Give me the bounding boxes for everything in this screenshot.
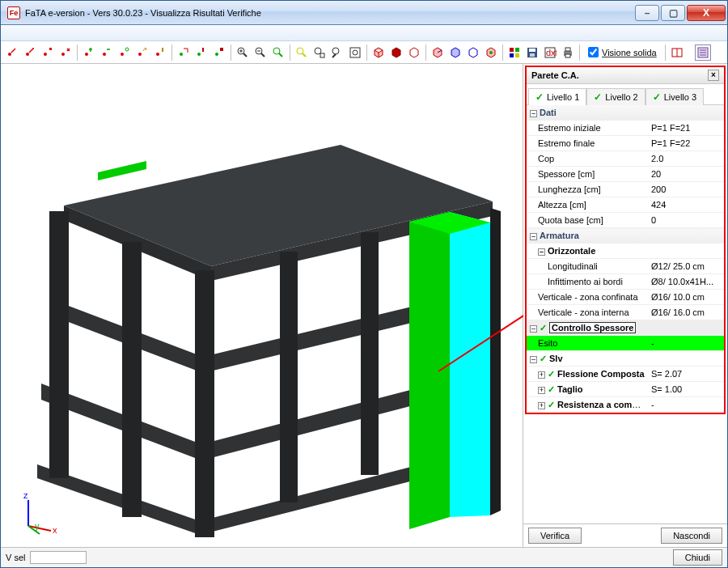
titlebar: Fe FaTA e-version - Vers 30.0.23 - Visua… bbox=[1, 1, 727, 25]
svg-rect-23 bbox=[350, 48, 360, 57]
tool-red-2[interactable] bbox=[22, 45, 38, 61]
panel-close-icon[interactable]: × bbox=[708, 70, 719, 81]
zoom-out-icon[interactable] bbox=[252, 45, 269, 61]
menubar bbox=[1, 25, 727, 41]
svg-point-25 bbox=[489, 51, 493, 54]
panel-tabs: ✓Livello 1 ✓Livello 2 ✓Livello 3 bbox=[527, 84, 724, 105]
print-icon[interactable] bbox=[560, 45, 576, 61]
cube-1-icon[interactable] bbox=[370, 45, 387, 61]
svg-rect-4 bbox=[49, 48, 52, 50]
settings-icon[interactable] bbox=[695, 45, 711, 61]
grid-icon[interactable] bbox=[506, 45, 523, 61]
solid-view-input[interactable] bbox=[588, 47, 599, 57]
properties-panel: Parete C.A. × ✓Livello 1 ✓Livello 2 ✓Liv… bbox=[523, 64, 727, 547]
row-resistenza[interactable]: Resistenza a compr... bbox=[557, 400, 648, 409]
solid-view-label: Visione solida bbox=[602, 48, 657, 57]
row-taglio[interactable]: Taglio bbox=[557, 384, 583, 394]
cube-2-icon[interactable] bbox=[388, 45, 404, 61]
svg-text:dxf: dxf bbox=[546, 48, 557, 57]
svg-rect-49 bbox=[122, 242, 142, 517]
svg-rect-37 bbox=[565, 54, 570, 57]
row-vert-interna: Verticale - zona interna bbox=[527, 305, 648, 320]
maximize-button[interactable]: ▢ bbox=[661, 5, 685, 21]
tool-red-6[interactable] bbox=[99, 45, 115, 61]
svg-point-9 bbox=[125, 48, 129, 51]
tool-red-4[interactable] bbox=[57, 45, 74, 61]
row-vert-confinata: Verticale - zona confinata bbox=[527, 290, 648, 305]
svg-point-5 bbox=[61, 53, 65, 56]
row-estremo-iniziale: Estremo iniziale bbox=[527, 121, 648, 136]
tool-red-1[interactable] bbox=[4, 45, 20, 61]
svg-rect-32 bbox=[530, 53, 535, 57]
chiudi-button[interactable]: Chiudi bbox=[673, 549, 722, 566]
svg-point-12 bbox=[180, 53, 183, 56]
layout-icon[interactable] bbox=[669, 45, 685, 61]
svg-point-10 bbox=[138, 53, 142, 56]
svg-point-8 bbox=[121, 53, 124, 56]
close-button[interactable]: X bbox=[687, 5, 726, 21]
svg-rect-36 bbox=[565, 48, 570, 51]
svg-marker-56 bbox=[490, 208, 501, 515]
row-quota: Quota base [cm] bbox=[527, 213, 648, 228]
svg-text:x: x bbox=[53, 525, 57, 535]
nascondi-button[interactable]: Nascondi bbox=[661, 528, 722, 544]
row-esito: Esito bbox=[527, 336, 648, 351]
tool-red-5[interactable] bbox=[81, 45, 97, 61]
row-cop: Cop bbox=[527, 151, 648, 167]
solid-view-checkbox[interactable]: Visione solida bbox=[588, 47, 657, 57]
row-flessione[interactable]: Flessione Composta bbox=[557, 369, 645, 379]
svg-rect-31 bbox=[529, 49, 535, 52]
toolbar: dxf Visione solida bbox=[1, 41, 727, 64]
tool-green-1[interactable] bbox=[176, 45, 192, 61]
minimize-button[interactable]: – bbox=[635, 5, 659, 21]
cube-6-icon[interactable] bbox=[465, 45, 481, 61]
cube-5-icon[interactable] bbox=[447, 45, 463, 61]
svg-rect-28 bbox=[510, 53, 514, 57]
zoom-prev-icon[interactable] bbox=[329, 45, 345, 61]
tool-green-3[interactable] bbox=[211, 45, 227, 61]
tab-livello-1[interactable]: ✓Livello 1 bbox=[528, 88, 586, 105]
zoom-window-icon[interactable] bbox=[311, 45, 328, 61]
statusbar: V sel Chiudi bbox=[1, 547, 727, 566]
svg-point-0 bbox=[8, 53, 11, 56]
cube-4-icon[interactable] bbox=[430, 45, 446, 61]
3d-viewport[interactable]: z x y bbox=[1, 64, 523, 547]
zoom-all-icon[interactable] bbox=[294, 45, 310, 61]
panel-title: Parete C.A. × bbox=[527, 67, 724, 84]
svg-text:y: y bbox=[35, 521, 40, 531]
axis-triad: z x y bbox=[12, 489, 61, 537]
verifica-button[interactable]: Verifica bbox=[528, 528, 582, 544]
row-longitudinali: Longitudinali bbox=[527, 259, 648, 274]
tool-green-2[interactable] bbox=[193, 45, 210, 61]
tab-livello-3[interactable]: ✓Livello 3 bbox=[645, 88, 704, 105]
svg-point-24 bbox=[353, 50, 358, 55]
app-icon: Fe bbox=[7, 6, 20, 19]
cube-3-icon[interactable] bbox=[406, 45, 422, 61]
row-infittimento: Infittimento ai bordi bbox=[527, 274, 648, 290]
tab-livello-2[interactable]: ✓Livello 2 bbox=[586, 88, 645, 105]
row-spessore: Spessore [cm] bbox=[527, 167, 648, 182]
svg-point-13 bbox=[197, 53, 201, 56]
save-icon[interactable] bbox=[524, 45, 540, 61]
svg-rect-26 bbox=[510, 48, 514, 52]
tool-red-3[interactable] bbox=[40, 45, 56, 61]
status-vsel-input[interactable] bbox=[30, 551, 87, 564]
window-title: FaTA e-version - Vers 30.0.23 - Visualiz… bbox=[25, 8, 635, 18]
zoom-in-icon[interactable] bbox=[235, 45, 251, 61]
tool-red-7[interactable] bbox=[116, 45, 133, 61]
dxf-icon[interactable]: dxf bbox=[542, 45, 558, 61]
row-lunghezza: Lunghezza [cm] bbox=[527, 182, 648, 197]
zoom-fit-icon[interactable] bbox=[347, 45, 363, 61]
svg-rect-52 bbox=[361, 232, 379, 475]
svg-rect-21 bbox=[320, 53, 324, 57]
svg-rect-27 bbox=[515, 48, 519, 52]
svg-marker-53 bbox=[409, 212, 450, 529]
row-altezza: Altezza [cm] bbox=[527, 197, 648, 213]
cube-7-icon[interactable] bbox=[483, 45, 499, 61]
svg-rect-51 bbox=[280, 252, 298, 502]
tool-red-9[interactable] bbox=[152, 45, 168, 61]
zoom-frame-icon[interactable] bbox=[270, 45, 286, 61]
tool-red-8[interactable] bbox=[134, 45, 150, 61]
svg-point-19 bbox=[297, 48, 303, 54]
svg-point-7 bbox=[103, 53, 106, 56]
